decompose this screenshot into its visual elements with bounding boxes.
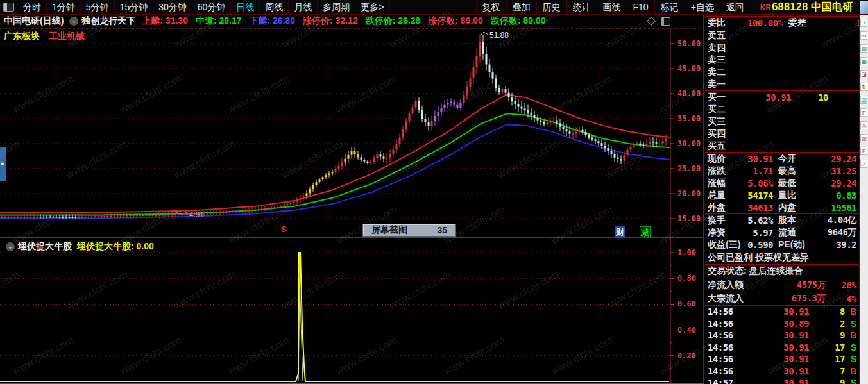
tool-button-7[interactable]: +自选 [685,1,720,14]
trade-time: 14:57 [708,378,738,384]
trade-side: B [845,330,856,340]
buy-level-label: 买四 [708,128,740,140]
trade-row-1[interactable]: 14:5630.892S [705,318,859,330]
scroll-corner-icon[interactable] [860,1,868,14]
side-tool-icon-2[interactable]: ▤ [860,44,867,53]
window-panel-icon[interactable] [3,3,14,12]
period-tab-6[interactable]: 日线 [231,1,260,14]
fund-value-2: 39.2 [815,240,856,250]
panel-toggle-icon[interactable] [661,17,670,26]
svg-text:35.00: 35.00 [677,114,701,123]
side-tool-icon-3[interactable]: ▦ [860,57,867,65]
event-badge-1[interactable]: 减 [640,226,651,237]
flow-value: 4575万 [762,280,826,291]
period-tab-5[interactable]: 60分钟 [192,1,232,14]
trade-time: 14:56 [708,342,738,353]
trade-side: B [845,366,856,376]
trade-row-0[interactable]: 14:5630.918B [705,305,859,318]
svg-text:25.00: 25.00 [677,164,701,173]
trade-side: S [845,354,856,364]
tool-button-2[interactable]: 历史 [536,1,566,14]
indicator-name[interactable]: 独创龙行天下 [81,15,135,27]
period-tab-7[interactable]: 周线 [260,1,289,14]
period-tab-3[interactable]: 15分钟 [115,1,154,14]
side-tool-icon-10[interactable]: F [860,147,867,155]
diamond-icon[interactable] [647,17,656,26]
flow-label: 净流入额 [708,280,762,291]
tool-button-1[interactable]: 叠加 [506,1,536,14]
trade-row-4[interactable]: 14:5630.9117S [705,353,859,365]
side-tool-icon-9[interactable]: ▧ [860,134,867,142]
flow-pct: 28% [826,280,856,290]
fund-label-1: 收益(三) [708,239,747,251]
trading-status-row: 交易状态: 盘后连续撮合 [705,264,859,278]
side-tool-icon-7[interactable]: F [860,108,867,117]
sidebar-expand-handle[interactable]: ► [0,147,6,181]
indicator-title[interactable]: 埋伏捉大牛股 [18,241,72,253]
toolbar-buttons: 复权叠加历史统计画线F10标记+自选返回 [476,1,750,14]
tool-button-6[interactable]: 标记 [654,1,685,14]
trade-vol: 9 [809,378,845,384]
quote-panel: 委比100.00%委差10卖五卖四卖三卖二卖一买一30.9110买二买三买四买五… [705,16,859,384]
buy-level-4: 买四 [705,128,859,140]
trade-vol: 17 [809,342,845,353]
screenshot-overlay[interactable]: 屏幕截图 35 [362,224,456,237]
svg-text:40.00: 40.00 [677,89,701,98]
period-tab-10[interactable]: 更多> [355,1,389,14]
candlestick-chart[interactable]: 50.0045.0040.0035.0030.0025.0020.0015.00… [0,28,704,237]
trade-vol: 9 [809,330,845,340]
event-badge-0[interactable]: 财 [615,226,625,237]
chart-header-icons [648,17,704,26]
period-tab-8[interactable]: 月线 [289,1,318,14]
side-tool-icon-5[interactable]: ⇅ [860,83,867,91]
quote-label-1: 涨跌 [708,165,747,177]
trade-row-6[interactable]: 14:5730.919S [705,377,859,384]
period-tab-2[interactable]: 5分钟 [81,1,115,14]
sub-chart-svg[interactable]: 1.000.800.600.400.20 [0,238,704,384]
side-tool-icon-0[interactable]: ◔ [860,19,867,27]
sector-link-1[interactable]: 工业机械 [49,31,85,42]
period-tab-4[interactable]: 30分钟 [153,1,192,14]
indicator-param-0: 上麟: 31.30 [142,15,188,27]
indicator-chart[interactable]: 1.000.800.600.400.20 ⌄ 埋伏捉大牛股 埋伏捉大牛股: 0.… [0,237,704,384]
quote-row-3: 总量54174量比0.83 [705,189,859,201]
period-tab-1[interactable]: 1分钟 [47,1,81,14]
indicator-param-2: 下麟: 26.80 [250,15,296,27]
trade-time: 14:56 [708,319,738,329]
quote-label-2: 量比 [778,190,815,201]
quote-value-2: 0.83 [815,190,856,201]
svg-text:0.60: 0.60 [677,299,696,308]
quote-label-1: 总量 [708,190,747,201]
tool-button-0[interactable]: 复权 [476,1,506,14]
quote-label-1: 外盘 [708,202,747,213]
stock-code: 688128 [772,1,808,13]
sector-links: 广东板块工业机械 [4,31,85,42]
trade-row-2[interactable]: 14:5630.919B [705,330,859,342]
sell-level-label: 卖五 [708,30,740,42]
period-tab-9[interactable]: 多周期 [318,1,355,14]
trade-row-5[interactable]: 14:5630.917B [705,365,859,378]
trade-row-3[interactable]: 14:5630.9117S [705,342,859,354]
tool-button-4[interactable]: 画线 [597,1,627,14]
weicha-label: 委差 [788,17,826,29]
period-tab-0[interactable]: 分时 [18,1,47,14]
chevron-down-icon[interactable]: ⌄ [69,17,78,26]
side-tool-icon-11[interactable]: ↗ [860,160,867,168]
quote-label-1: 现价 [708,153,747,165]
trade-price: 30.91 [738,330,809,340]
svg-text:45.00: 45.00 [677,64,701,73]
side-tool-icon-6[interactable]: ▤ [860,96,867,104]
tool-button-3[interactable]: 统计 [566,1,597,14]
chevron-down-icon[interactable]: ⌄ [6,242,15,251]
sector-link-0[interactable]: 广东板块 [4,31,40,42]
tool-button-5[interactable]: F10 [627,1,654,14]
side-tool-icon-8[interactable]: % [860,121,867,129]
main-chart-svg[interactable]: 50.0045.0040.0035.0030.0025.0020.0015.00… [0,28,704,237]
trade-side: B [845,306,856,317]
side-tool-icon-1[interactable]: ↝ [860,31,867,40]
trade-time: 14:56 [708,366,738,376]
side-tool-icon-4[interactable]: ◪ [860,70,867,78]
fund-value-1: 5.97 [747,228,773,238]
trade-price: 30.91 [738,306,809,317]
tool-button-8[interactable]: 返回 [720,1,750,14]
